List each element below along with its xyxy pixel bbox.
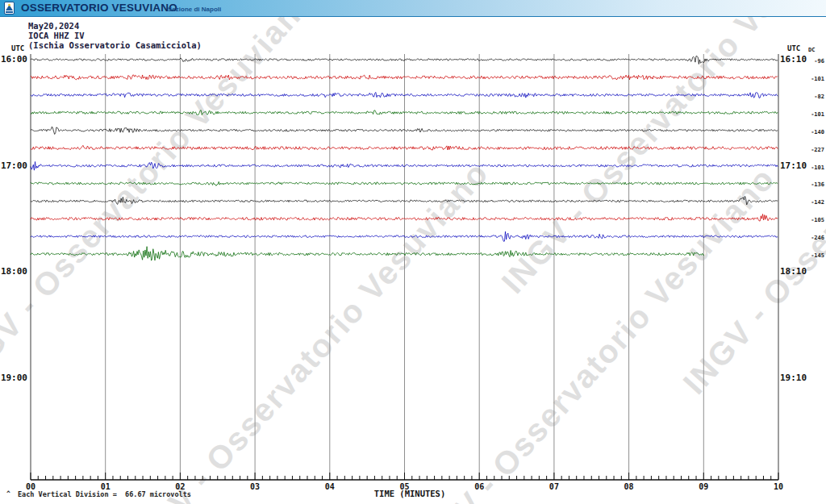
note-caret: ^ [6,490,10,498]
dc-offset-value: -96 [805,58,824,65]
dc-offset-value: -101 [805,165,824,171]
plot-date: May20,2024 [28,21,79,31]
utc-header-right: UTC [787,44,800,52]
minute-tick-label: 07 [542,482,566,491]
dc-offset-value: -82 [805,94,824,100]
title-bar: OSSERVATORIO VESUVIANO Sezione di Napoli [0,0,826,17]
minute-tick-label: 04 [318,482,342,491]
dc-offset-value: -101 [805,111,824,118]
minute-tick-label: 03 [243,482,267,491]
dc-header: DC [808,47,815,53]
utc-hour-label: 18:00 [0,266,27,277]
time-axis-title: TIME (MINUTES) [345,489,474,498]
utc-hour-label: 19:00 [0,373,27,383]
helicorder-page: INGV - Osservatorio VesuvianoINGV - Osse… [0,0,826,504]
section-subtitle: Sezione di Napoli [168,6,221,13]
minute-tick-label: 08 [617,482,641,491]
utc-header-left: UTC [11,44,24,52]
ingv-ov-logo-icon [4,2,15,15]
dc-offset-value: -136 [805,181,824,188]
utc-hour-label: 19:10 [780,373,819,383]
minute-tick-label: 09 [691,482,715,491]
dc-offset-value: -105 [805,217,824,223]
dc-offset-value: -145 [805,252,824,259]
dc-offset-value: -142 [805,199,824,206]
utc-hour-label: 17:00 [0,160,27,171]
dc-offset-value: -101 [805,76,824,82]
observatory-title-link[interactable]: OSSERVATORIO VESUVIANO [21,2,177,14]
dc-offset-value: -246 [805,235,824,241]
dc-offset-value: -140 [805,129,824,135]
seismogram-plot [0,0,826,504]
station-code: IOCA HHZ IV [28,31,85,40]
seismic-trace-1750 [31,247,704,260]
minute-tick-label: 10 [766,482,791,491]
utc-hour-label: 18:10 [780,266,819,277]
station-name: (Ischia Osservatorio Casamicciola) [28,40,202,50]
vertical-division-note: Each Vertical Division = 66.67 microvolt… [18,490,191,498]
dc-offset-value: -227 [805,147,824,153]
utc-hour-label: 16:00 [0,54,27,65]
